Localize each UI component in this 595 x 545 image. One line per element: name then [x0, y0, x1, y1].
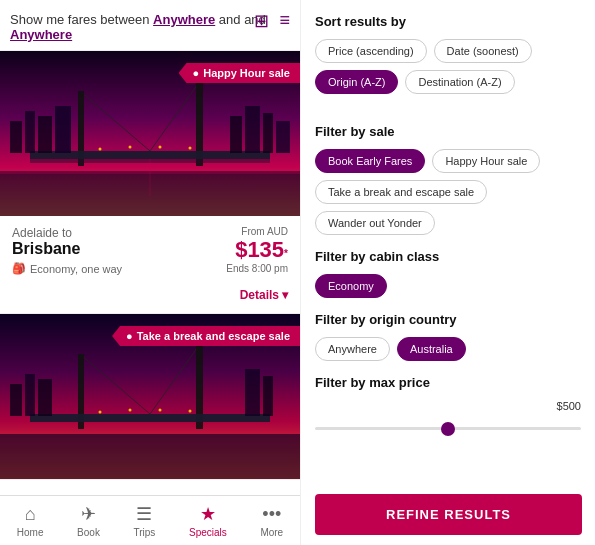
- left-panel: Show me fares between Anywhere and and A…: [0, 0, 300, 545]
- svg-rect-15: [55, 106, 71, 153]
- card-route-1: Adelaide to Brisbane: [12, 226, 122, 258]
- card-economy-1: 🎒 Economy, one way: [12, 262, 122, 275]
- calendar-icon[interactable]: ⊞: [254, 10, 269, 32]
- flight-card-2: ● Take a break and escape sale: [0, 314, 300, 480]
- more-icon: •••: [262, 504, 281, 525]
- svg-rect-14: [38, 116, 52, 153]
- header-icons: ⊞ ≡: [254, 10, 290, 32]
- nav-book-label: Book: [77, 527, 100, 538]
- sort-title: Sort results by: [315, 14, 581, 29]
- filter-price-title: Filter by max price: [315, 375, 581, 390]
- filter-origin-section: Filter by origin country Anywhere Austra…: [315, 312, 581, 361]
- nav-more[interactable]: ••• More: [260, 504, 283, 538]
- svg-point-8: [99, 148, 102, 151]
- svg-point-29: [99, 411, 102, 414]
- anywhere-link-2[interactable]: Anywhere: [10, 27, 72, 42]
- svg-point-32: [189, 410, 192, 413]
- svg-rect-33: [10, 384, 22, 416]
- specials-icon: ★: [200, 503, 216, 525]
- bottom-nav: ⌂ Home ✈ Book ☰ Trips ★ Specials ••• Mor…: [0, 495, 300, 545]
- svg-rect-17: [245, 106, 260, 153]
- filter-price-section: Filter by max price $500: [315, 375, 581, 434]
- nav-specials-label: Specials: [189, 527, 227, 538]
- sale-badge-2: ● Take a break and escape sale: [112, 326, 300, 346]
- svg-rect-18: [263, 113, 273, 153]
- filter-sale-title: Filter by sale: [315, 124, 581, 139]
- filter-sale-section: Filter by sale Book Early Fares Happy Ho…: [315, 124, 581, 235]
- filter-wander[interactable]: Wander out Yonder: [315, 211, 435, 235]
- nav-trips-label: Trips: [134, 527, 156, 538]
- filter-take-break[interactable]: Take a break and escape sale: [315, 180, 487, 204]
- card-price-1: $135*: [226, 237, 288, 263]
- card-image-2: ● Take a break and escape sale: [0, 314, 300, 479]
- flight-card: ● Happy Hour sale Adelaide to Brisbane 🎒…: [0, 51, 300, 314]
- price-slider[interactable]: [315, 427, 581, 430]
- nav-trips[interactable]: ☰ Trips: [134, 503, 156, 538]
- svg-rect-16: [230, 116, 242, 153]
- svg-rect-36: [245, 369, 260, 416]
- nav-book[interactable]: ✈ Book: [77, 503, 100, 538]
- nav-home-label: Home: [17, 527, 44, 538]
- anywhere-link-1[interactable]: Anywhere: [153, 12, 215, 27]
- svg-rect-13: [25, 111, 35, 153]
- sort-section: Sort results by Price (ascending) Date (…: [315, 14, 581, 110]
- filter-happy-hour[interactable]: Happy Hour sale: [432, 149, 540, 173]
- filter-anywhere[interactable]: Anywhere: [315, 337, 390, 361]
- filter-icon[interactable]: ≡: [279, 10, 290, 32]
- sort-price[interactable]: Price (ascending): [315, 39, 427, 63]
- svg-point-11: [189, 147, 192, 150]
- svg-point-10: [159, 146, 162, 149]
- nav-more-label: More: [260, 527, 283, 538]
- filter-book-early[interactable]: Book Early Fares: [315, 149, 425, 173]
- svg-rect-28: [30, 414, 270, 422]
- svg-rect-23: [0, 434, 300, 479]
- sort-origin[interactable]: Origin (A-Z): [315, 70, 398, 94]
- nav-specials[interactable]: ★ Specials: [189, 503, 227, 538]
- svg-point-31: [159, 409, 162, 412]
- sort-destination[interactable]: Destination (A-Z): [405, 70, 514, 94]
- svg-rect-34: [25, 374, 35, 416]
- slider-container: $500: [315, 400, 581, 434]
- svg-point-9: [129, 146, 132, 149]
- header-text: Show me fares between: [10, 12, 153, 27]
- filter-economy[interactable]: Economy: [315, 274, 387, 298]
- sort-options: Price (ascending) Date (soonest) Origin …: [315, 39, 581, 94]
- details-button-1[interactable]: Details ▾: [240, 288, 288, 302]
- svg-rect-19: [276, 121, 290, 153]
- details-row-1: Details ▾: [0, 281, 300, 313]
- card-price-block-1: From AUD $135* Ends 8:00 pm: [226, 226, 288, 274]
- filter-cabin-title: Filter by cabin class: [315, 249, 581, 264]
- filter-cabin-section: Filter by cabin class Economy: [315, 249, 581, 298]
- max-price-label: $500: [315, 400, 581, 412]
- filter-origin-title: Filter by origin country: [315, 312, 581, 327]
- flight-cards: ● Happy Hour sale Adelaide to Brisbane 🎒…: [0, 51, 300, 545]
- sort-date[interactable]: Date (soonest): [434, 39, 532, 63]
- home-icon: ⌂: [25, 504, 36, 525]
- svg-point-30: [129, 409, 132, 412]
- card-info-1: Adelaide to Brisbane 🎒 Economy, one way …: [0, 216, 300, 281]
- svg-rect-37: [263, 376, 273, 416]
- filter-australia[interactable]: Australia: [397, 337, 466, 361]
- filter-cabin-options: Economy: [315, 274, 581, 298]
- refine-btn-container: REFINE RESULTS: [301, 484, 595, 545]
- nav-home[interactable]: ⌂ Home: [17, 504, 44, 538]
- filter-origin-options: Anywhere Australia: [315, 337, 581, 361]
- trips-icon: ☰: [136, 503, 152, 525]
- right-panel: Sort results by Price (ascending) Date (…: [300, 0, 595, 545]
- filter-sale-options: Book Early Fares Happy Hour sale Take a …: [315, 149, 581, 235]
- svg-rect-12: [10, 121, 22, 153]
- refine-button[interactable]: REFINE RESULTS: [315, 494, 582, 535]
- card-image-1: ● Happy Hour sale: [0, 51, 300, 216]
- svg-rect-35: [38, 379, 52, 416]
- book-icon: ✈: [81, 503, 96, 525]
- sale-badge-1: ● Happy Hour sale: [179, 63, 300, 83]
